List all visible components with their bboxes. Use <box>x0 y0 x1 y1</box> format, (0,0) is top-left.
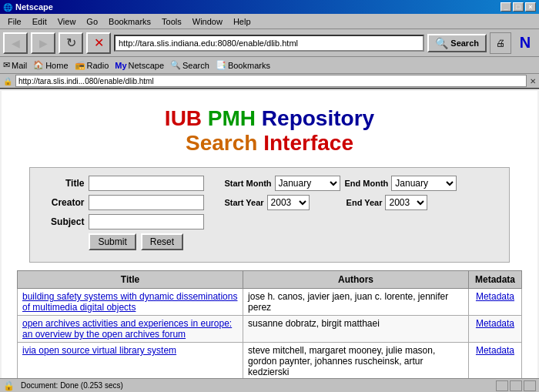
address-bar: http://tara.slis.indiana.edu:8080/enable… <box>114 35 424 52</box>
menu-help[interactable]: Help <box>229 16 256 27</box>
menu-bar: File Edit View Go Bookmarks Tools Window… <box>0 14 539 29</box>
creator-input[interactable] <box>89 195 204 210</box>
subject-label: Subject <box>42 216 84 227</box>
title-cell: building safety systems with dynamic dis… <box>18 289 243 316</box>
bookmark-search-label: Search <box>182 61 209 70</box>
title-repository: Repository <box>256 106 374 130</box>
creator-label: Creator <box>42 197 84 208</box>
location-bar: 🔒 ✕ <box>0 74 539 89</box>
minimize-button[interactable]: _ <box>500 2 511 12</box>
forward-button[interactable]: ▶ <box>31 32 55 54</box>
bookmark-mail[interactable]: ✉ Mail <box>3 60 27 70</box>
buttons-row: Submit Reset <box>42 233 497 250</box>
location-input[interactable] <box>15 75 527 87</box>
status-icon-1 <box>496 380 508 391</box>
title-label: Title <box>42 178 84 189</box>
menu-window[interactable]: Window <box>188 16 227 27</box>
search-bkm-icon: 🔍 <box>170 60 181 70</box>
bookmark-home-label: Home <box>45 61 68 70</box>
start-year-label: Start Year <box>224 198 263 207</box>
metadata-link[interactable]: Metadata <box>476 345 514 356</box>
page-content: IUB PMH Repository Search Interface Titl… <box>0 89 539 378</box>
search-button-label: Search <box>450 39 479 48</box>
title-row: Title Start Month JanuaryFebruaryMarch A… <box>42 176 497 191</box>
mail-icon: ✉ <box>3 60 10 70</box>
search-form: Title Start Month JanuaryFebruaryMarch A… <box>29 167 509 263</box>
metadata-link[interactable]: Metadata <box>476 318 514 329</box>
stop-button[interactable]: ✕ <box>86 32 111 54</box>
close-button[interactable]: × <box>525 2 536 12</box>
home-icon: 🏠 <box>33 60 44 70</box>
title-input[interactable] <box>89 176 204 191</box>
status-text: Document: Done (0.253 secs) <box>21 381 123 390</box>
start-month-select[interactable]: JanuaryFebruaryMarch AprilMayJune JulyAu… <box>275 176 340 191</box>
col-title-header: Title <box>18 271 243 289</box>
end-year-select[interactable]: 200020012002 200320042005 <box>385 195 427 210</box>
metadata-cell: Metadata <box>468 343 521 379</box>
subject-input[interactable] <box>89 214 204 230</box>
title-link[interactable]: ivia open source virtual library system <box>22 345 176 356</box>
bookmarks-bar: ✉ Mail 🏠 Home 📻 Radio My Netscape 🔍 Sear… <box>0 57 539 74</box>
subject-row: Subject <box>42 214 497 230</box>
bookmark-radio[interactable]: 📻 Radio <box>75 60 109 70</box>
menu-tools[interactable]: Tools <box>157 16 186 27</box>
bookmark-bookmarks[interactable]: 📑 Bookmarks <box>216 60 270 70</box>
submit-button[interactable]: Submit <box>89 233 136 250</box>
radio-icon: 📻 <box>75 60 85 70</box>
reload-button[interactable]: ↻ <box>59 32 83 54</box>
metadata-cell: Metadata <box>468 289 521 316</box>
bookmark-netscape-label: Netscape <box>129 61 164 70</box>
menu-view[interactable]: View <box>53 16 81 27</box>
status-bar: 🔒 Document: Done (0.253 secs) <box>0 378 539 392</box>
netscape-icon: N <box>514 32 536 54</box>
metadata-link[interactable]: Metadata <box>476 291 514 302</box>
end-year-group: End Year 200020012002 200320042005 <box>346 195 428 210</box>
start-month-label: Start Month <box>224 179 271 188</box>
results-section: Title Authors Metadata building safety s… <box>17 270 522 378</box>
location-close-icon: ✕ <box>530 77 536 85</box>
netscape-bookmark-icon: My <box>115 61 126 70</box>
menu-bookmarks[interactable]: Bookmarks <box>104 16 156 27</box>
status-icon-2 <box>510 380 522 391</box>
authors-cell: steve mitchell, margaret mooney, julie m… <box>243 343 469 379</box>
table-row: open archives activities and experiences… <box>18 316 522 343</box>
end-month-group: End Month JanuaryFebruaryMarch AprilMayJ… <box>345 176 457 191</box>
start-year-select[interactable]: 200020012002 200320042005 <box>267 195 310 210</box>
title-link[interactable]: building safety systems with dynamic dis… <box>22 291 237 313</box>
menu-edit[interactable]: Edit <box>28 16 52 27</box>
maximize-button[interactable]: □ <box>513 2 524 12</box>
title-cell: ivia open source virtual library system <box>18 343 243 379</box>
bookmark-netscape[interactable]: My Netscape <box>115 61 164 70</box>
navigation-toolbar: ◀ ▶ ↻ ✕ http://tara.slis.indiana.edu:808… <box>0 29 539 57</box>
table-row: ivia open source virtual library systems… <box>18 343 522 379</box>
start-year-group: Start Year 200020012002 200320042005 <box>224 195 309 210</box>
end-year-label: End Year <box>346 198 383 207</box>
title-link[interactable]: open archives activities and experiences… <box>22 318 232 340</box>
title-bar: 🌐 Netscape _ □ × <box>0 0 539 14</box>
menu-go[interactable]: Go <box>82 16 102 27</box>
title-cell: open archives activities and experiences… <box>18 316 243 343</box>
metadata-cell: Metadata <box>468 316 521 343</box>
col-metadata-header: Metadata <box>468 271 521 289</box>
end-month-label: End Month <box>345 179 389 188</box>
print-button[interactable]: 🖨 <box>490 32 511 54</box>
reset-button[interactable]: Reset <box>141 233 183 250</box>
address-text: http://tara.slis.indiana.edu:8080/enable… <box>119 39 298 48</box>
bookmark-home[interactable]: 🏠 Home <box>33 60 68 70</box>
table-row: building safety systems with dynamic dis… <box>18 289 522 316</box>
title-pmh: PMH <box>202 106 256 130</box>
location-icon: 🔒 <box>3 77 12 85</box>
end-month-select[interactable]: JanuaryFebruaryMarch AprilMayJune JulyAu… <box>391 176 457 191</box>
bookmark-mail-label: Mail <box>12 61 27 70</box>
authors-cell: susanne dobratz, birgit matthaei <box>243 316 469 343</box>
bookmark-bookmarks-label: Bookmarks <box>228 61 270 70</box>
col-authors-header: Authors <box>243 271 469 289</box>
authors-cell: jose h. canos, javier jaen, juan c. lore… <box>243 289 469 316</box>
title-iub: IUB <box>165 106 202 130</box>
bookmark-search[interactable]: 🔍 Search <box>170 60 209 70</box>
back-button[interactable]: ◀ <box>3 32 28 54</box>
page-title: IUB PMH Repository Search Interface <box>17 99 522 159</box>
toolbar-search-button[interactable]: 🔍 Search <box>427 34 487 52</box>
menu-file[interactable]: File <box>3 16 26 27</box>
bookmarks-icon: 📑 <box>216 60 226 70</box>
